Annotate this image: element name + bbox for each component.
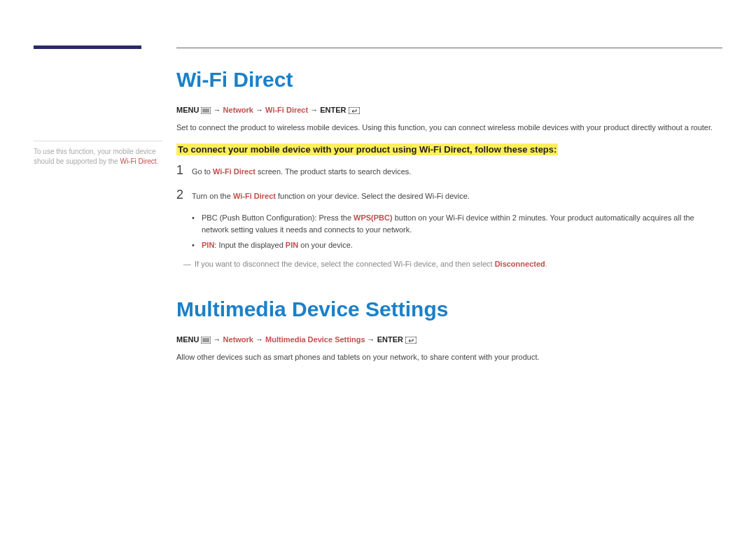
crumb-arrow: → — [368, 335, 375, 344]
crumb-arrow: → — [310, 106, 318, 114]
highlight-text: To connect your mobile device with your … — [176, 143, 558, 155]
bullet-pin-bold1: PIN — [202, 241, 214, 249]
crumb-item: Multimedia Device Settings — [265, 335, 365, 344]
step-2-text: Turn on the Wi-Fi Direct function on you… — [192, 190, 470, 202]
section1-highlight: To connect your mobile device with your … — [176, 144, 722, 155]
crumb-network: Network — [223, 106, 253, 114]
disconnect-note-post: . — [545, 260, 547, 268]
accent-bar — [34, 45, 141, 49]
step-2-bold: Wi-Fi Direct — [233, 192, 276, 200]
crumb-arrow: → — [214, 106, 221, 114]
layout-grid: To use this function, your mobile device… — [34, 64, 722, 374]
sidebar-note-suffix: . — [157, 157, 159, 165]
crumb-enter-label: ENTER — [320, 106, 346, 114]
section-title-wifi-direct: Wi-Fi Direct — [176, 68, 722, 92]
enter-icon — [349, 107, 360, 115]
disconnect-note-bold: Disconnected — [495, 260, 545, 268]
section-title-multimedia: Multimedia Device Settings — [176, 297, 722, 321]
breadcrumb-wifi-direct: MENU → Network → Wi-Fi Direct → ENTER — [176, 106, 722, 115]
sub-bullets: PBC (Push Button Configuration): Press t… — [192, 212, 722, 251]
step-2-post: function on your device. Select the desi… — [276, 192, 470, 200]
breadcrumb-multimedia: MENU → Network → Multimedia Device Setti… — [176, 335, 722, 345]
enter-icon — [405, 337, 416, 345]
step-1-pre: Go to — [192, 167, 213, 176]
bullet-pin-post: on your device. — [298, 241, 353, 249]
crumb-menu-label: MENU — [176, 335, 199, 344]
crumb-menu-label: MENU — [176, 106, 199, 114]
menu-icon — [201, 337, 211, 345]
step-2-number: 2 — [176, 188, 192, 202]
step-1-text: Go to Wi-Fi Direct screen. The product s… — [192, 166, 411, 178]
bullet-pbc-pre: PBC (Push Button Configuration): Press t… — [202, 213, 354, 222]
top-rule — [176, 48, 722, 48]
disconnect-note-pre: If you want to disconnect the device, se… — [195, 260, 495, 268]
bullet-pbc-bold: WPS(PBC) — [354, 213, 393, 222]
bullet-pin: PIN: Input the displayed PIN on your dev… — [192, 239, 722, 251]
sidebar-note: To use this function, your mobile device… — [34, 141, 162, 167]
svg-rect-9 — [405, 337, 416, 344]
step-2: 2 Turn on the Wi-Fi Direct function on y… — [176, 188, 722, 202]
section2-description: Allow other devices such as smart phones… — [176, 352, 722, 363]
crumb-item: Wi-Fi Direct — [265, 106, 308, 114]
bullet-pbc: PBC (Push Button Configuration): Press t… — [192, 212, 722, 235]
bullet-pin-mid: : Input the displayed — [214, 241, 286, 249]
menu-icon — [201, 107, 211, 115]
step-1-post: screen. The product starts to search dev… — [255, 167, 411, 176]
page-content: To use this function, your mobile device… — [34, 48, 722, 374]
step-1-bold: Wi-Fi Direct — [213, 167, 255, 176]
crumb-arrow: → — [214, 335, 221, 344]
step-1: 1 Go to Wi-Fi Direct screen. The product… — [176, 163, 722, 178]
sidebar: To use this function, your mobile device… — [34, 64, 176, 374]
section1-description: Set to connect the product to wireless m… — [176, 122, 722, 133]
step-2-pre: Turn on the — [192, 192, 233, 200]
main-column: Wi-Fi Direct MENU → Network → Wi-Fi Dire… — [176, 64, 722, 374]
disconnect-note: If you want to disconnect the device, se… — [183, 258, 722, 270]
sidebar-note-bold: Wi-Fi Direct — [120, 157, 156, 165]
crumb-arrow: → — [255, 335, 263, 344]
crumb-arrow: → — [255, 106, 263, 114]
step-1-number: 1 — [176, 163, 192, 178]
bullet-pin-bold2: PIN — [286, 241, 298, 249]
crumb-network: Network — [223, 335, 253, 344]
svg-rect-4 — [349, 107, 360, 114]
crumb-enter-label: ENTER — [377, 335, 403, 344]
